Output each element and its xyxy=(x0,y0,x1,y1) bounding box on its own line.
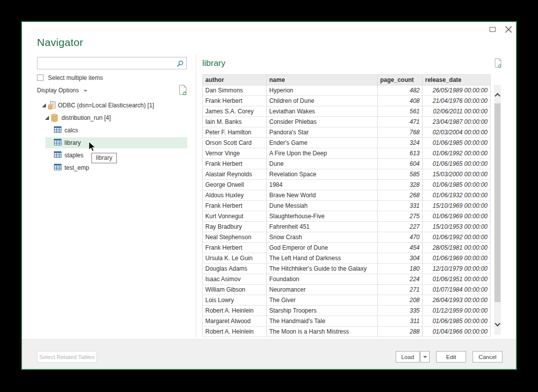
cell-name: Foundation xyxy=(267,274,378,285)
cell-name: A Fire Upon the Deep xyxy=(267,148,378,159)
cell-author: Peter F. Hamilton xyxy=(203,127,267,138)
tree-item-calcs[interactable]: calcs xyxy=(22,124,196,137)
table-row: William GibsonNeuromancer27101/07/1984 0… xyxy=(203,285,491,295)
cell-release_date: 01/06/1951 00:00:00 xyxy=(423,274,491,285)
load-button[interactable]: Load xyxy=(396,351,420,363)
cell-page_count: 311 xyxy=(378,316,423,327)
footer-bar: Select Related Tables Load Edit Cancel xyxy=(22,339,516,369)
scrollbar-thumb[interactable] xyxy=(495,103,501,302)
cell-release_date: 23/04/1987 00:00:00 xyxy=(423,117,491,127)
cell-page_count: 328 xyxy=(378,180,423,190)
table-row: Lois LowryThe Giver20826/04/1993 00:00:0… xyxy=(203,295,491,306)
cell-author: George Orwell xyxy=(203,180,267,190)
close-icon[interactable] xyxy=(505,25,513,33)
select-related-tables-button[interactable]: Select Related Tables xyxy=(37,351,97,363)
select-multiple-label: Select multiple items xyxy=(48,74,103,81)
mouse-cursor xyxy=(88,142,97,153)
cell-name: The Left Hand of Darkness xyxy=(267,253,378,264)
table-row: Ray BradburyFahrenheit 45122715/10/1953 … xyxy=(203,222,491,232)
tree-item-library[interactable]: library xyxy=(22,137,196,149)
cell-page_count: 304 xyxy=(378,253,423,264)
cell-release_date: 01/04/1966 00:00:00 xyxy=(423,327,491,337)
cell-author: Dan Simmons xyxy=(203,85,267,96)
scroll-up-icon[interactable] xyxy=(495,93,500,98)
table-row: Frank HerbertChildren of Dune40821/04/19… xyxy=(203,96,491,106)
table-row: Neal StephensonSnow Crash47001/06/1992 0… xyxy=(203,232,491,243)
refresh-icon[interactable] xyxy=(178,84,188,96)
cell-release_date: 01/06/1969 00:00:00 xyxy=(423,253,491,264)
cell-page_count: 585 xyxy=(378,169,423,180)
search-icon[interactable] xyxy=(177,60,183,67)
cell-release_date: 01/06/1985 00:00:00 xyxy=(423,180,491,190)
table-row: Kurt VonnegutSlaughterhouse-Five27501/06… xyxy=(203,211,491,222)
table-row: Iain M. BanksConsider Phlebas47123/04/19… xyxy=(203,117,491,127)
cell-name: Consider Phlebas xyxy=(267,117,378,127)
table-row: Douglas AdamsThe Hitchhiker's Guide to t… xyxy=(203,264,491,274)
table-icon xyxy=(54,151,61,158)
cell-release_date: 15/10/1953 00:00:00 xyxy=(423,222,491,232)
cell-release_date: 01/06/1985 00:00:00 xyxy=(423,138,491,148)
cell-page_count: 471 xyxy=(378,117,423,127)
table-row: James S.A. CoreyLeviathan Wakes56102/06/… xyxy=(203,106,491,117)
cell-author: James S.A. Corey xyxy=(203,106,267,117)
load-dropdown-button[interactable] xyxy=(420,351,430,363)
cell-page_count: 335 xyxy=(378,306,423,316)
cell-page_count: 470 xyxy=(378,232,423,243)
table-row: Ursula K. Le GuinThe Left Hand of Darkne… xyxy=(203,253,491,264)
cell-name: Snow Crash xyxy=(267,232,378,243)
cell-page_count: 288 xyxy=(378,327,423,337)
table-icon xyxy=(54,126,61,133)
cell-author: William Gibson xyxy=(203,285,267,295)
cell-name: Fahrenheit 451 xyxy=(267,222,378,232)
table-row: Robert A. HeinleinStarship Troopers33501… xyxy=(203,306,491,316)
expand-triangle-icon[interactable] xyxy=(45,116,49,120)
cell-name: Starship Troopers xyxy=(267,306,378,316)
table-row: Isaac AsimovFoundation22401/06/1951 00:0… xyxy=(203,274,491,285)
edit-button[interactable]: Edit xyxy=(436,351,466,363)
cell-page_count: 227 xyxy=(378,222,423,232)
refresh-preview-icon[interactable] xyxy=(494,58,503,69)
scroll-down-icon[interactable] xyxy=(495,321,500,326)
cell-author: Vernor Vinge xyxy=(203,148,267,159)
table-scrollbar[interactable] xyxy=(494,85,501,335)
cell-author: Robert A. Heinlein xyxy=(203,306,267,316)
cell-page_count: 268 xyxy=(378,190,423,201)
cell-release_date: 01/07/1984 00:00:00 xyxy=(423,285,491,295)
tree-item-test-emp[interactable]: test_emp xyxy=(22,162,196,174)
cell-release_date: 01/06/1969 00:00:00 xyxy=(423,211,491,222)
select-multiple-checkbox[interactable] xyxy=(37,74,43,81)
cell-author: Alastair Reynolds xyxy=(203,169,267,180)
cell-name: Children of Dune xyxy=(267,96,378,106)
cell-page_count: 768 xyxy=(378,127,423,138)
navigator-dialog: Navigator Select multiple items Display … xyxy=(21,21,517,370)
cell-author: Ray Bradbury xyxy=(203,222,267,232)
cell-release_date: 02/03/2004 00:00:00 xyxy=(423,127,491,138)
tree-item-odbc[interactable]: ODBC (dsn=Local Elasticsearch) [1] xyxy=(22,99,196,112)
maximize-icon[interactable] xyxy=(490,27,496,32)
display-options-dropdown[interactable]: Display Options xyxy=(37,87,87,94)
cell-author: Aldous Huxley xyxy=(203,190,267,201)
cell-name: Dune Messiah xyxy=(267,201,378,211)
search-input[interactable] xyxy=(39,58,175,68)
cell-page_count: 482 xyxy=(378,85,423,96)
column-header-release_date: release_date xyxy=(423,75,491,85)
cell-author: Kurt Vonnegut xyxy=(203,211,267,222)
cell-author: Isaac Asimov xyxy=(203,274,267,285)
cell-page_count: 604 xyxy=(378,159,423,169)
cell-name: Slaughterhouse-Five xyxy=(267,211,378,222)
cell-release_date: 01/12/1959 00:00:00 xyxy=(423,306,491,316)
cell-name: The Giver xyxy=(267,295,378,306)
expand-triangle-icon[interactable] xyxy=(42,103,46,107)
cell-page_count: 408 xyxy=(378,96,423,106)
cancel-button[interactable]: Cancel xyxy=(473,351,503,363)
column-header-author: author xyxy=(203,75,267,85)
cell-release_date: 21/04/1976 00:00:00 xyxy=(423,96,491,106)
chevron-down-icon xyxy=(423,356,427,358)
database-icon xyxy=(51,114,58,122)
cell-name: God Emperor of Dune xyxy=(267,243,378,253)
cell-author: Frank Herbert xyxy=(203,96,267,106)
table-row: Aldous HuxleyBrave New World26801/06/193… xyxy=(203,190,491,201)
pane-divider xyxy=(196,55,196,338)
tree-item-distribution-run[interactable]: distribution_run [4] xyxy=(22,112,196,124)
table-row: Frank HerbertDune60401/06/1965 00:00:00 xyxy=(203,159,491,169)
